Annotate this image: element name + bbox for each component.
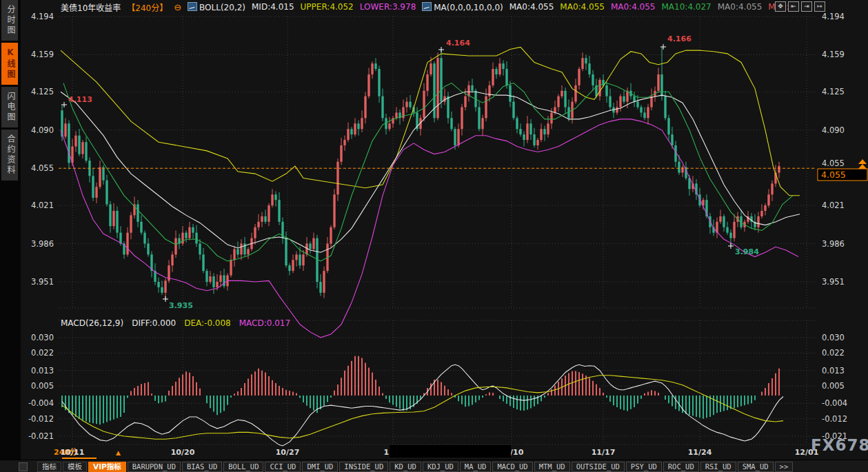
chart-type-sidebar: 分时图K线图闪电图合约资料 — [0, 0, 21, 460]
header-segment-8: MA0:4.055 — [611, 2, 656, 12]
pan-chart-button[interactable]: ✥ — [775, 1, 786, 12]
price-annotations: 4.1133.9354.1644.1663.984 — [61, 34, 759, 310]
header-segment-2: MID:4.015 — [252, 2, 294, 12]
macd-segment-1: MACD(26,12,9) — [61, 318, 123, 328]
period-label[interactable]: 【240分】 — [127, 1, 168, 13]
toolbar-item-mtm-ud[interactable]: MTM_UD — [534, 462, 570, 472]
svg-text:3.986: 3.986 — [31, 239, 54, 249]
svg-text:4.113: 4.113 — [68, 95, 92, 104]
toolbar-item-outside-ud[interactable]: OUTSIDE_UD — [572, 462, 625, 472]
svg-text:4.021: 4.021 — [31, 201, 54, 210]
indicator-icon[interactable] — [422, 2, 432, 11]
toolbar-item-boll-ud[interactable]: BOLL_UD — [223, 462, 263, 472]
toolbar-item-kdj-ud[interactable]: KDJ_UD — [423, 462, 458, 472]
scroll-position-indicator[interactable] — [62, 458, 97, 459]
toolbar-spacer — [0, 460, 19, 472]
svg-text:11/24: 11/24 — [688, 448, 712, 457]
svg-text:-0.012: -0.012 — [28, 414, 54, 424]
svg-text:11/17: 11/17 — [592, 448, 616, 457]
svg-text:0.030: 0.030 — [822, 333, 845, 342]
svg-text:3.935: 3.935 — [169, 301, 193, 310]
sidebar-tab-4[interactable]: 合约资料 — [1, 130, 18, 181]
svg-text:0.022: 0.022 — [822, 348, 845, 358]
svg-text:0.013: 0.013 — [822, 366, 845, 376]
toolbar-item-dmi-ud[interactable]: DMI_UD — [302, 462, 338, 472]
jump-to-end-button[interactable]: ↦ — [814, 1, 825, 12]
header-segment-9: MA10:4.027 — [662, 2, 711, 12]
svg-text:-0.012: -0.012 — [822, 414, 847, 424]
macd-segment-3: DEA:-0.008 — [184, 318, 231, 328]
period-dropdown-icon[interactable]: ▲ — [116, 449, 121, 456]
macd-histogram — [62, 356, 779, 425]
macd-segment-4: MACD:0.017 — [239, 318, 290, 328]
svg-text:4.159: 4.159 — [822, 50, 845, 59]
header-segment-1: BOLL(20,2) — [188, 2, 245, 12]
header-segment-10: MA0:4.055 — [718, 2, 763, 12]
toolbar-item-bias-ud[interactable]: BIAS_UD — [182, 462, 222, 472]
svg-text:3.951: 3.951 — [31, 277, 54, 287]
toolbar-item-macd-ud[interactable]: MACD_UD — [492, 462, 532, 472]
header-segment-3: UPPER:4.052 — [301, 2, 354, 12]
toolbar-item-sma-ud[interactable]: SMA_UD — [738, 462, 774, 472]
macd-segment-2: DIFF:0.000 — [132, 318, 176, 328]
sidebar-tab-1[interactable]: 分时图 — [1, 0, 18, 41]
svg-text:4.194: 4.194 — [822, 12, 845, 21]
svg-text:0.030: 0.030 — [31, 333, 54, 342]
toolbar-item-cci-ud[interactable]: CCI_UD — [265, 462, 301, 472]
svg-text:3.986: 3.986 — [822, 239, 845, 249]
main-indicator-header: 美债10年收益率 【240分】 ⊖ BOLL(20,2)MID:4.015UPP… — [61, 1, 789, 13]
toolbar-item-模板[interactable]: 模板 — [63, 462, 87, 472]
toolbar-item-ma-ud[interactable]: MA_UD — [460, 462, 492, 472]
svg-text:-0.004: -0.004 — [822, 398, 847, 408]
indicator-icon[interactable] — [188, 2, 197, 11]
shift-right-button[interactable]: ⇥ — [801, 1, 812, 12]
indicator-values: BOLL(20,2)MID:4.015UPPER:4.052LOWER:3.97… — [188, 2, 789, 12]
toolbar-item-vip指标[interactable]: VIP指标 — [88, 462, 126, 472]
svg-text:0.005: 0.005 — [31, 381, 54, 391]
sidebar-tab-3[interactable]: 闪电图 — [1, 87, 18, 127]
svg-text:10/20: 10/20 — [171, 448, 195, 457]
header-segment-7: MA0:4.055 — [560, 2, 605, 12]
svg-text:4.090: 4.090 — [31, 125, 54, 135]
svg-text:4.021: 4.021 — [822, 201, 845, 210]
indicator-toolbar: 指标模板VIP指标BARUPDN_UDBIAS_UDBOLL_UDCCI_UDD… — [0, 460, 868, 472]
svg-text:4.055: 4.055 — [822, 158, 845, 168]
svg-text:4.166: 4.166 — [667, 34, 692, 43]
svg-text:-0.021: -0.021 — [28, 431, 54, 441]
svg-text:4.055: 4.055 — [821, 170, 846, 180]
svg-text:4.125: 4.125 — [822, 87, 845, 96]
svg-text:3.984: 3.984 — [735, 247, 759, 256]
svg-text:3.951: 3.951 — [822, 277, 845, 287]
toolbar-item-指标[interactable]: 指标 — [37, 462, 61, 472]
toolbar-item-inside-ud[interactable]: INSIDE_UD — [339, 462, 388, 472]
redaction-box — [390, 445, 511, 458]
sidebar-tab-2[interactable]: K线图 — [1, 43, 18, 85]
toolbar-item->>[interactable]: >> — [775, 462, 794, 472]
toolbar-item-roc-ud[interactable]: ROC_UD — [663, 462, 699, 472]
chart-window-buttons: ✥⇤⇥↦ — [775, 1, 825, 12]
svg-text:4.055: 4.055 — [31, 163, 54, 173]
toolbar-item-rsi-ud[interactable]: RSI_UD — [700, 462, 736, 472]
svg-text:0.022: 0.022 — [31, 348, 54, 358]
fx678-watermark: FX678 — [811, 436, 868, 454]
svg-text:4.194: 4.194 — [31, 12, 54, 21]
svg-text:4.090: 4.090 — [822, 125, 845, 135]
svg-text:10/11: 10/11 — [61, 448, 85, 457]
svg-text:4.159: 4.159 — [31, 50, 54, 59]
shift-left-button[interactable]: ⇤ — [788, 1, 799, 12]
toolbar-item-kd-ud[interactable]: KD_UD — [390, 462, 421, 472]
svg-text:4.125: 4.125 — [31, 87, 54, 96]
svg-text:10/27: 10/27 — [276, 448, 300, 457]
header-segment-6: MA0:4.055 — [509, 2, 554, 12]
toolbar-item-barupdn-ud[interactable]: BARUPDN_UD — [128, 462, 181, 472]
svg-text:0.013: 0.013 — [31, 366, 54, 376]
kline-chart-canvas[interactable]: 4.1944.1944.1594.1594.1254.1254.0904.090… — [0, 0, 868, 460]
indicator-settings-icon[interactable]: ⊖ — [174, 2, 181, 12]
toolbar-item-psy-ud[interactable]: PSY_UD — [626, 462, 662, 472]
svg-text:4.164: 4.164 — [446, 39, 470, 48]
header-segment-5: MA(0,0,0,10,0,0) — [422, 2, 503, 12]
instrument-title: 美债10年收益率 — [61, 1, 121, 13]
price-marker-icon — [858, 159, 867, 169]
toolbar-grid-icon[interactable] — [19, 462, 28, 471]
header-segment-4: LOWER:3.978 — [360, 2, 416, 12]
